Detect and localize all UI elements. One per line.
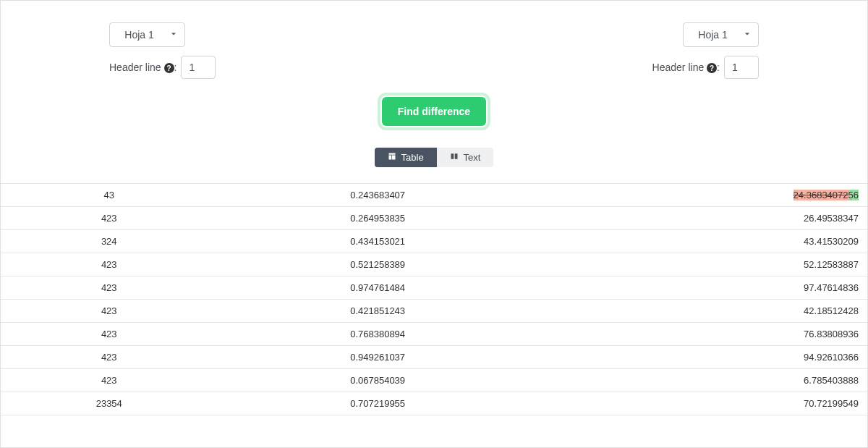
cell-a: 423 — [1, 276, 218, 300]
right-headerline-row: Header line ?: — [652, 56, 759, 79]
cell-a: 423 — [1, 300, 218, 323]
tab-text-label: Text — [464, 152, 481, 163]
cell-a: 324 — [1, 230, 218, 253]
diff-value: 97.47614836 — [804, 282, 859, 293]
table-row: 4230.42185124342.18512428 — [1, 300, 867, 323]
cell-b: 0.434153021 — [218, 230, 538, 253]
diff-table-wrap: 430.24368340724.36834072564230.264953835… — [1, 183, 867, 415]
controls-row: Hoja 1 Header line ?: Hoja 1 Header line… — [1, 22, 867, 79]
right-headerline-label: Header line ?: — [652, 62, 720, 74]
diff-value: 43.41530209 — [804, 236, 859, 247]
diff-value: 52.12583887 — [804, 259, 859, 270]
diff-deleted: 2 — [793, 190, 799, 200]
cell-a: 423 — [1, 323, 218, 346]
table-row: 233540.70721995570.72199549 — [1, 392, 867, 415]
table-row: 4230.0678540396.785403888 — [1, 369, 867, 392]
table-icon — [388, 152, 396, 163]
cell-b: 0.949261037 — [218, 346, 538, 369]
cell-b: 0.707219955 — [218, 392, 538, 415]
left-headerline-input[interactable] — [181, 56, 216, 79]
diff-table: 430.24368340724.36834072564230.264953835… — [1, 184, 867, 415]
cell-c: 24.3683407256 — [538, 184, 867, 207]
right-controls: Hoja 1 Header line ?: — [652, 22, 759, 79]
cell-b: 0.067854039 — [218, 369, 538, 392]
right-headerline-input[interactable] — [724, 56, 759, 79]
diff-value: 94.92610366 — [804, 352, 859, 363]
cell-a: 43 — [1, 184, 218, 207]
cell-b: 0.264953835 — [218, 207, 538, 230]
cell-c: 94.92610366 — [538, 346, 867, 369]
diff-value: 4.36834072 — [799, 190, 848, 200]
left-sheet-select[interactable]: Hoja 1 — [109, 22, 185, 47]
table-row: 4230.94926103794.92610366 — [1, 346, 867, 369]
cell-b: 0.421851243 — [218, 300, 538, 323]
tab-table-label: Table — [401, 152, 424, 163]
table-row: 3240.43415302143.41530209 — [1, 230, 867, 253]
cell-a: 423 — [1, 369, 218, 392]
cell-c: 97.47614836 — [538, 276, 867, 300]
find-difference-button[interactable]: Find difference — [382, 97, 486, 126]
cell-a: 423 — [1, 207, 218, 230]
diff-value: 70.72199549 — [804, 398, 859, 409]
left-sheet-select-wrap: Hoja 1 — [109, 22, 185, 47]
table-row: 4230.76838089476.83808936 — [1, 323, 867, 346]
cell-c: 43.41530209 — [538, 230, 867, 253]
cell-a: 23354 — [1, 392, 218, 415]
cell-c: 76.83808936 — [538, 323, 867, 346]
left-headerline-row: Header line ?: — [109, 56, 216, 79]
view-tabs: Table Text — [1, 148, 867, 167]
cell-c: 52.12583887 — [538, 253, 867, 276]
text-icon — [450, 152, 459, 163]
diff-value: 26.49538347 — [804, 213, 859, 224]
diff-value: 42.18512428 — [804, 305, 859, 316]
diff-added: 56 — [848, 190, 859, 200]
cell-b: 0.974761484 — [218, 276, 538, 300]
cell-c: 42.18512428 — [538, 300, 867, 323]
cell-c: 6.785403888 — [538, 369, 867, 392]
table-row: 4230.52125838952.12583887 — [1, 253, 867, 276]
table-row: 4230.97476148497.47614836 — [1, 276, 867, 300]
tab-text[interactable]: Text — [437, 148, 494, 167]
help-icon[interactable]: ? — [164, 63, 174, 73]
diff-value: 6.785403888 — [804, 375, 859, 386]
main-container: Hoja 1 Header line ?: Hoja 1 Header line… — [1, 1, 867, 415]
right-sheet-select[interactable]: Hoja 1 — [683, 22, 759, 47]
left-controls: Hoja 1 Header line ?: — [109, 22, 216, 79]
find-button-wrap: Find difference — [1, 97, 867, 126]
help-icon[interactable]: ? — [707, 63, 717, 73]
cell-b: 0.768380894 — [218, 323, 538, 346]
table-row: 4230.26495383526.49538347 — [1, 207, 867, 230]
tab-table[interactable]: Table — [375, 148, 437, 167]
cell-a: 423 — [1, 253, 218, 276]
cell-c: 26.49538347 — [538, 207, 867, 230]
cell-b: 0.243683407 — [218, 184, 538, 207]
table-row: 430.24368340724.3683407256 — [1, 184, 867, 207]
diff-value: 76.83808936 — [804, 329, 859, 339]
left-headerline-label: Header line ?: — [109, 62, 176, 74]
cell-b: 0.521258389 — [218, 253, 538, 276]
cell-a: 423 — [1, 346, 218, 369]
right-sheet-select-wrap: Hoja 1 — [683, 22, 759, 47]
cell-c: 70.72199549 — [538, 392, 867, 415]
